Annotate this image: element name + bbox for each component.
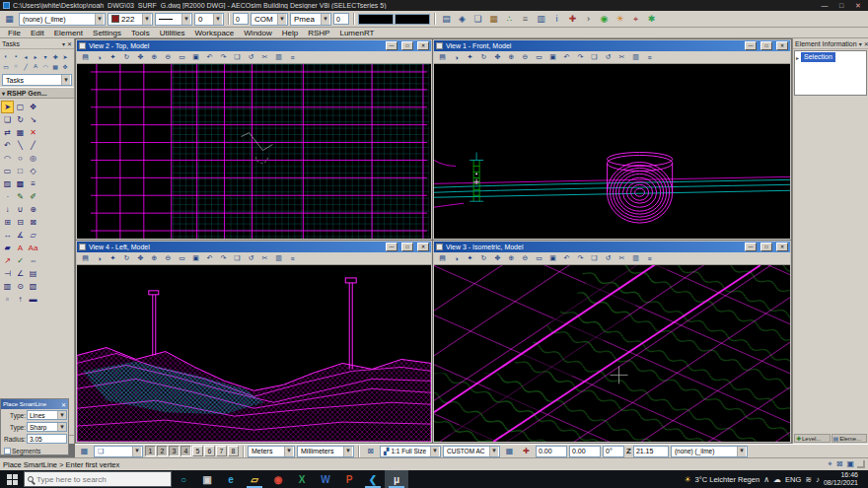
place-polygon[interactable]: ◇ [27,165,39,177]
saved-view-icon[interactable]: ≡ [643,52,656,63]
view-attributes-icon[interactable]: ▤ [79,52,92,63]
edit-text[interactable]: Aa [27,242,39,254]
saved-views-icon[interactable]: ◈ [455,12,470,27]
copy-view-icon[interactable]: ❏ [231,253,244,264]
spell-check[interactable]: ✓ [14,254,27,267]
close-icon[interactable]: ✕ [67,40,72,47]
menu-item[interactable]: LumenRT [334,29,379,37]
view-toggle-button[interactable]: 4 [181,446,191,456]
raster-manager-icon[interactable]: ▦ [486,12,501,27]
close-icon[interactable]: ✕ [61,401,66,408]
window-area-icon[interactable]: ▭ [533,253,545,264]
adjust-view-icon[interactable]: ✦ [107,253,119,264]
zoom-in-icon[interactable]: ⊕ [148,52,161,63]
level-display-tab[interactable]: ✚ Level... [794,434,831,443]
weather-text[interactable]: 3°C Leichter Regen [695,475,760,484]
clip-mask-icon[interactable]: ▥ [629,52,642,63]
saved-view-icon[interactable]: ≡ [643,253,656,264]
view4-drawing-area[interactable] [77,265,431,442]
close-button[interactable]: ✕ [851,1,865,11]
view-toggle-button[interactable]: 1 [145,446,156,456]
fit-view-icon[interactable]: ▣ [189,253,202,264]
resize-grip[interactable] [857,460,865,468]
place-note[interactable]: ↗ [1,254,14,267]
update-view-icon[interactable]: ↺ [245,253,257,264]
drop-element[interactable]: ↓ [1,203,14,216]
fit-view-icon[interactable]: ▣ [546,253,559,264]
copy-view-icon[interactable]: ❏ [588,52,601,63]
zoom-in-icon[interactable]: ⊕ [505,52,518,63]
zoom-in-icon[interactable]: ⊕ [505,253,518,264]
create-complex[interactable]: ∪ [14,203,27,216]
place-block[interactable]: ▭ [1,165,14,177]
home-icon[interactable]: ▪ [11,51,21,61]
search-input[interactable] [36,475,168,484]
scale[interactable]: ↘ [27,113,39,126]
clip-volume-icon[interactable]: ✂ [615,52,628,63]
menu-item[interactable]: Settings [88,29,126,37]
view-attributes-icon[interactable]: ▤ [436,52,449,63]
vertex-type-dropdown[interactable]: Sharp ▼ [27,422,67,432]
view-previous-icon[interactable]: ↶ [203,253,216,264]
lumenrt-icon[interactable]: ✱ [644,12,659,27]
window-area-icon[interactable]: ▭ [176,253,188,264]
view4-titlebar[interactable]: View 4 - Left, Model — □ ✕ [77,242,431,252]
display-style-icon[interactable]: ◑ [450,52,463,63]
menu-item[interactable]: Workspace [189,29,239,37]
tree-expander-icon[interactable]: ▸ [796,54,799,61]
view-restore-button[interactable]: □ [760,41,772,50]
zoom-in-icon[interactable]: ⊕ [148,253,161,264]
saved-view-icon[interactable]: ≡ [286,52,299,63]
tasks-panel-header[interactable]: Tasks ▾ ✕ [0,38,74,49]
join-checkbox[interactable] [4,448,11,454]
view-restore-button[interactable]: □ [401,243,413,251]
view-close-button[interactable]: ✕ [417,41,429,50]
drop-fence[interactable]: ▫ [1,293,14,306]
rotate[interactable]: ↻ [14,113,27,126]
menu-item[interactable]: Window [239,29,276,37]
view-minimize-button[interactable]: — [386,41,398,50]
measure-volume[interactable]: ▰ [1,242,14,254]
view-next-icon[interactable]: ↷ [574,52,587,63]
menu-item[interactable]: Help [277,29,303,37]
view-toggle-button[interactable]: 6 [204,446,215,456]
menu-item[interactable]: Utilities [155,29,190,37]
view-close-button[interactable]: ✕ [417,243,429,251]
clip-mask-icon[interactable]: ▥ [629,253,642,264]
saved-view-icon[interactable]: ≡ [286,253,299,264]
show-hidden-icons[interactable]: ∧ [763,475,769,484]
dimension-angular[interactable]: ∠ [14,267,27,280]
priority-field[interactable]: 0 [333,13,349,25]
view-close-button[interactable]: ✕ [776,243,788,251]
arc-mini-icon[interactable]: ◠ [40,61,50,71]
locks-icon[interactable]: ⊠ [836,459,843,469]
pan-view-icon[interactable]: ✥ [134,52,147,63]
taskbar-clock[interactable]: 16:46 08/12/2021 [824,471,858,487]
place-ellipse[interactable]: ◎ [27,152,39,165]
view-groups-icon[interactable]: ▦ [77,444,92,457]
back-icon[interactable]: ◂ [21,51,31,61]
render-icon[interactable]: ☀ [613,12,627,27]
adjust-view-icon[interactable]: ✦ [464,253,476,264]
dimension-linear[interactable]: ⊣ [1,267,14,280]
taskbar-vscode[interactable]: ❮ [361,470,385,488]
place-multiline[interactable]: ≡ [27,177,39,190]
segment-type-dropdown[interactable]: Lines ▼ [27,410,67,420]
place-line[interactable]: ╱ [27,139,39,152]
create-region[interactable]: ⊕ [27,203,39,216]
accudraw-icon[interactable]: ✚ [519,444,534,457]
menu-item[interactable]: Edit [26,29,49,37]
define-cell-origin[interactable]: ⊙ [14,280,27,293]
master-units-dropdown[interactable]: Meters ▼ [248,446,295,457]
change-elevation[interactable]: ↑ [14,293,27,306]
menu-item[interactable]: Tools [126,29,155,37]
active-template-icon[interactable]: ▦ [2,12,17,27]
lock-element[interactable]: ⊠ [27,216,39,229]
view-group-dropdown[interactable]: ❏ ▼ [94,446,143,457]
delete-element[interactable]: ✕ [27,126,39,139]
lock-icon[interactable]: ⊠ [363,444,378,457]
move-mini-icon[interactable]: ✥ [60,61,70,71]
dimension-element[interactable]: ⇔ [27,254,39,267]
move[interactable]: ✥ [27,101,39,113]
display-style-icon[interactable]: ◑ [450,253,463,264]
